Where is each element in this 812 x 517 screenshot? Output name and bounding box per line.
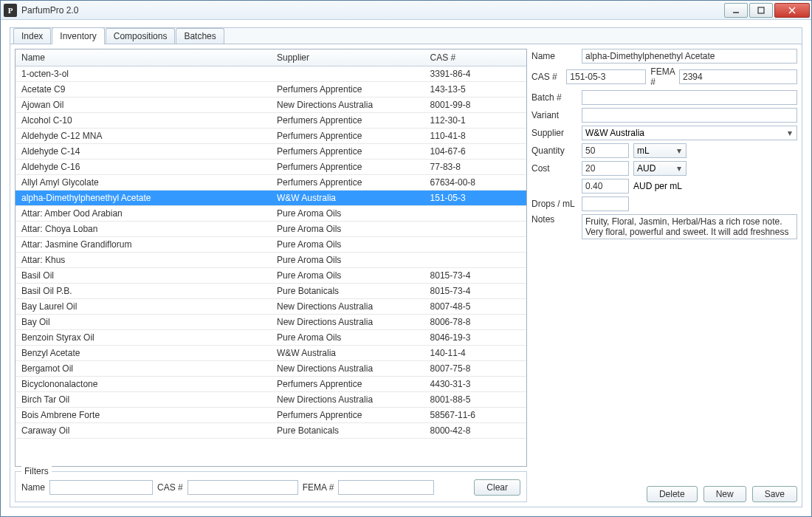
detail-cost-input[interactable] [582,161,629,176]
cell-cas: 77-83-8 [424,160,526,175]
tab-index[interactable]: Index [13,28,51,44]
detail-quantity-unit-select[interactable]: mL [633,143,687,158]
table-row[interactable]: Benzyl AcetateW&W Australia140-11-4 [16,346,526,361]
table-row[interactable]: Bay Laurel OilNew Directions Australia80… [16,299,526,315]
new-button[interactable]: New [703,486,746,502]
tab-inventory[interactable]: Inventory [52,27,104,44]
cell-name: alpha-Dimethylphenethyl Acetate [16,191,271,206]
cell-cas: 104-67-6 [424,144,526,160]
detail-name-input[interactable] [582,49,797,64]
table-row[interactable]: Acetate C9Perfumers Apprentice143-13-5 [16,82,526,97]
detail-fema-input[interactable] [679,69,797,84]
cell-cas: 8006-78-8 [424,315,526,330]
table-row[interactable]: Aldehyde C-12 MNAPerfumers Apprentice110… [16,129,526,144]
detail-cost-currency-select[interactable]: AUD [633,161,687,176]
column-header[interactable]: Supplier [271,49,424,66]
cell-cas: 8007-48-5 [424,299,526,315]
cell-supplier: Pure Aroma Oils [271,330,424,346]
column-header[interactable]: Name [16,49,271,66]
minimize-button[interactable] [724,3,748,18]
table-row[interactable]: Caraway OilPure Botanicals8000-42-8 [16,423,526,439]
table-row[interactable]: Attar: Choya LobanPure Aroma Oils [16,222,526,237]
detail-notes-textarea[interactable] [582,214,797,239]
cell-supplier: Perfumers Apprentice [271,82,424,97]
table-scroll[interactable]: NameSupplierCAS # 1-octen-3-ol3391-86-4A… [16,49,526,466]
detail-supplier-value: W&W Australia [585,128,644,138]
table-row[interactable]: 1-octen-3-ol3391-86-4 [16,66,526,82]
cell-name: Attar: Khus [16,253,271,268]
table-row[interactable]: Bay OilNew Directions Australia8006-78-8 [16,315,526,330]
detail-name-label: Name [531,51,577,61]
cell-supplier: Perfumers Apprentice [271,144,424,160]
cell-name: 1-octen-3-ol [16,66,271,82]
left-pane: NameSupplierCAS # 1-octen-3-ol3391-86-4A… [15,49,527,502]
svg-rect-1 [758,7,764,13]
cell-name: Basil Oil [16,268,271,284]
filter-clear-button[interactable]: Clear [474,479,520,496]
column-header[interactable]: CAS # [424,49,526,66]
app-title: ParfumPro 2.0 [21,5,78,16]
cell-supplier: Pure Botanicals [271,284,424,299]
cell-cas: 8001-99-8 [424,97,526,113]
detail-supplier-select[interactable]: W&W Australia [582,126,797,140]
table-row[interactable]: Bois Ambrene FortePerfumers Apprentice58… [16,408,526,423]
table-row[interactable]: alpha-Dimethylphenethyl AcetateW&W Austr… [16,191,526,206]
detail-notes-label: Notes [531,214,577,225]
detail-cas-label: CAS # [531,72,562,82]
delete-button[interactable]: Delete [647,486,698,502]
cell-name: Attar: Choya Loban [16,222,271,237]
table-row[interactable]: Allyl Amyl GlycolatePerfumers Apprentice… [16,175,526,191]
table-row[interactable]: Alcohol C-10Perfumers Apprentice112-30-1 [16,113,526,129]
cell-supplier: Perfumers Apprentice [271,160,424,175]
app-window: P ParfumPro 2.0 IndexInventoryCompositio… [0,0,812,517]
detail-fema-label: FEMA # [650,66,675,87]
cell-name: Bois Ambrene Forte [16,408,271,423]
cell-cas: 58567-11-6 [424,408,526,423]
cell-name: Bay Laurel Oil [16,299,271,315]
maximize-button[interactable] [749,3,773,18]
app-icon: P [4,4,17,17]
save-button[interactable]: Save [752,486,797,502]
cell-supplier: W&W Australia [271,191,424,206]
cell-cas: 8015-73-4 [424,268,526,284]
table-row[interactable]: Birch Tar OilNew Directions Australia800… [16,392,526,408]
table-row[interactable]: Aldehyde C-16Perfumers Apprentice77-83-8 [16,160,526,175]
detail-batch-input[interactable] [582,90,797,105]
filter-fema-input[interactable] [338,480,434,495]
detail-variant-label: Variant [531,110,577,120]
table-row[interactable]: Ajowan OilNew Directions Australia8001-9… [16,97,526,113]
detail-drops-input[interactable] [582,196,629,211]
cell-cas [424,237,526,253]
filter-cas-input[interactable] [187,480,298,495]
table-row[interactable]: Attar: Amber Ood ArabianPure Aroma Oils [16,206,526,222]
cell-supplier: W&W Australia [271,346,424,361]
detail-cas-input[interactable] [566,69,646,84]
table-row[interactable]: Attar: Jasmine GrandiflorumPure Aroma Oi… [16,237,526,253]
close-button[interactable] [774,3,810,18]
cell-name: Attar: Jasmine Grandiflorum [16,237,271,253]
cell-cas: 112-30-1 [424,113,526,129]
tabstrip: IndexInventoryCompositionsBatches [10,28,802,44]
table-row[interactable]: BicyclononalactonePerfumers Apprentice44… [16,377,526,392]
detail-unit-cost-label: AUD per mL [633,181,682,191]
filter-name-input[interactable] [49,480,153,495]
table-row[interactable]: Aldehyde C-14Perfumers Apprentice104-67-… [16,144,526,160]
table-row[interactable]: Benzoin Styrax OilPure Aroma Oils8046-19… [16,330,526,346]
detail-drops-label: Drops / mL [531,199,577,209]
table-row[interactable]: Attar: KhusPure Aroma Oils [16,253,526,268]
detail-variant-input[interactable] [582,108,797,123]
detail-quantity-input[interactable] [582,143,629,158]
cell-name: Caraway Oil [16,423,271,439]
table-row[interactable]: Basil OilPure Aroma Oils8015-73-4 [16,268,526,284]
tab-batches[interactable]: Batches [176,28,224,44]
cell-supplier: Pure Aroma Oils [271,222,424,237]
filter-name-label: Name [21,482,45,493]
table-row[interactable]: Basil Oil P.B.Pure Botanicals8015-73-4 [16,284,526,299]
tab-compositions[interactable]: Compositions [106,28,176,44]
cell-cas [424,253,526,268]
cell-supplier: Pure Aroma Oils [271,253,424,268]
cell-name: Birch Tar Oil [16,392,271,408]
inventory-table-wrap: NameSupplierCAS # 1-octen-3-ol3391-86-4A… [15,49,527,467]
table-row[interactable]: Bergamot OilNew Directions Australia8007… [16,361,526,377]
cell-name: Aldehyde C-14 [16,144,271,160]
